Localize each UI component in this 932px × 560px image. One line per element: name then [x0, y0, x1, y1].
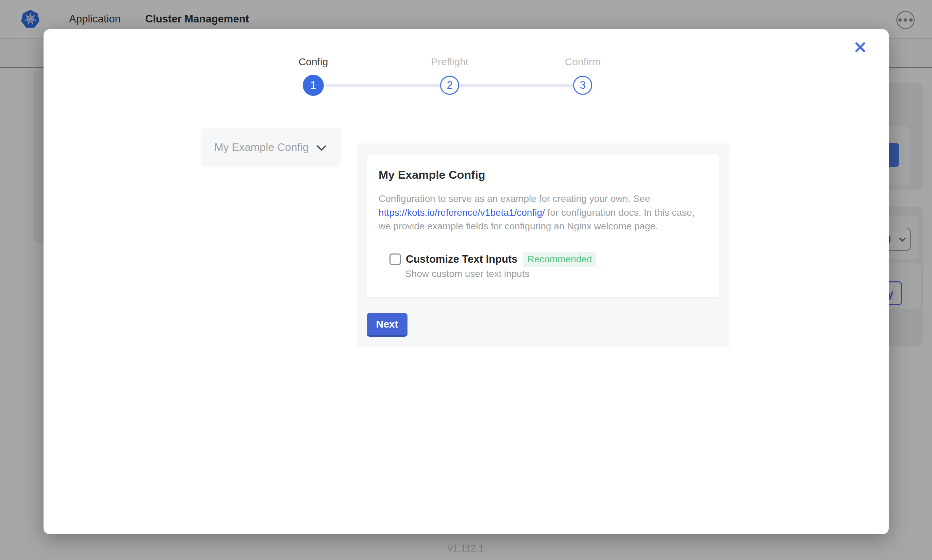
- description-text-before: Configuration to serve as an example for…: [379, 193, 650, 204]
- screen: Application Cluster Management 0 y v1.11…: [0, 0, 932, 560]
- config-group-title: My Example Config: [379, 168, 485, 182]
- config-group-dropdown-label: My Example Config: [214, 141, 309, 154]
- config-group-dropdown[interactable]: My Example Config: [201, 128, 341, 167]
- close-icon[interactable]: [850, 37, 870, 57]
- step-connector-2: [459, 84, 573, 87]
- config-docs-link[interactable]: https://kots.io/reference/v1beta1/config…: [379, 207, 545, 218]
- chevron-down-icon: [317, 141, 326, 151]
- customize-text-inputs-help: Show custom user text inputs: [405, 268, 529, 279]
- step-label-config: Config: [262, 56, 364, 68]
- step-circle-3: 3: [573, 76, 592, 95]
- step-label-preflight: Preflight: [399, 56, 501, 68]
- customize-text-inputs-label[interactable]: Customize Text Inputs: [406, 253, 517, 265]
- recommended-badge: Recommended: [523, 252, 596, 267]
- customize-text-inputs-row: Customize Text Inputs Recommended: [389, 252, 596, 267]
- config-group-description: Configuration to serve as an example for…: [379, 192, 702, 234]
- step-connector-1: [325, 84, 440, 87]
- step-circle-1: 1: [303, 75, 324, 96]
- next-button[interactable]: Next: [367, 313, 407, 337]
- config-form-panel: My Example Config Configuration to serve…: [357, 143, 730, 347]
- customize-text-inputs-checkbox[interactable]: [389, 254, 401, 265]
- step-label-confirm: Confirm: [532, 56, 634, 68]
- config-wizard-modal: Config Preflight Confirm 1 2 3 My Exampl…: [43, 29, 889, 534]
- step-circle-2: 2: [440, 76, 459, 95]
- config-group-card: My Example Config Configuration to serve…: [367, 154, 719, 298]
